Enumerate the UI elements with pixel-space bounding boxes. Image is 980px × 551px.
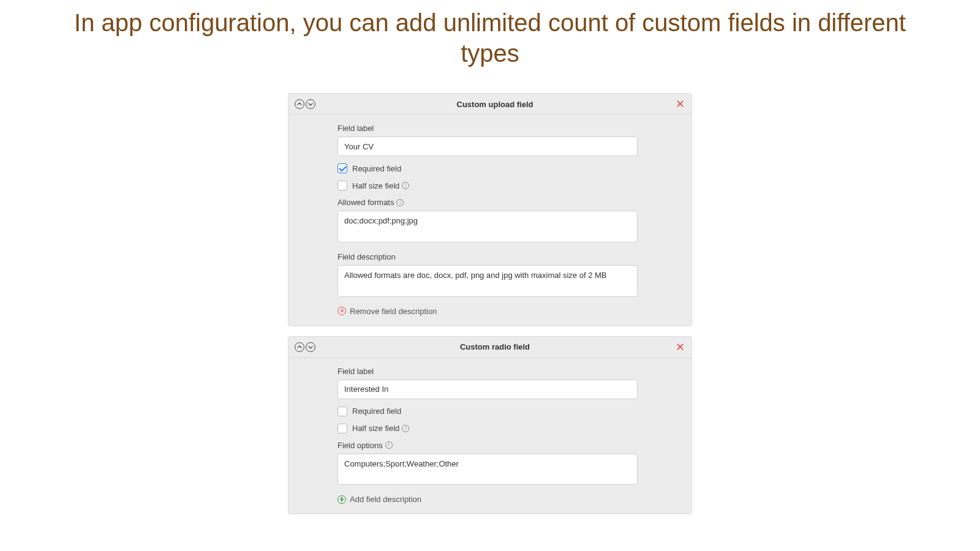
sort-icons [295, 342, 315, 352]
panel-custom-radio: Custom radio field ✕ Field label Require… [288, 336, 692, 515]
info-icon[interactable]: i [385, 441, 393, 449]
add-field-description-button[interactable]: Add field description [337, 495, 684, 504]
half-size-checkbox-label: Half size field i [352, 181, 409, 190]
required-checkbox[interactable] [337, 407, 347, 416]
half-size-checkbox[interactable] [337, 424, 347, 433]
field-options-label: Field options i [337, 441, 684, 450]
field-options-input[interactable] [337, 454, 638, 485]
move-up-icon[interactable] [295, 342, 304, 352]
panel-body: Field label Required field Half size fie… [288, 115, 692, 326]
field-description-label: Field description [337, 252, 684, 261]
add-icon [337, 495, 346, 504]
field-label-input[interactable] [337, 137, 638, 156]
field-label-label: Field label [337, 124, 684, 133]
required-checkbox-label: Required field [352, 164, 401, 173]
page-title: In app configuration, you can add unlimi… [0, 0, 980, 81]
panel-header: Custom upload field ✕ [288, 94, 692, 115]
close-icon[interactable]: ✕ [674, 99, 685, 110]
half-size-checkbox-label: Half size field i [352, 424, 409, 433]
allowed-formats-label: Allowed formats i [337, 198, 684, 207]
move-down-icon[interactable] [306, 99, 315, 109]
required-checkbox-label: Required field [352, 407, 401, 416]
field-label-label: Field label [337, 367, 684, 376]
close-icon[interactable]: ✕ [674, 342, 685, 353]
allowed-formats-input[interactable] [337, 211, 638, 242]
panel-title: Custom upload field [315, 100, 674, 109]
sort-icons [295, 99, 315, 109]
info-icon[interactable]: i [402, 182, 409, 189]
panel-custom-upload: Custom upload field ✕ Field label Requir… [288, 93, 692, 326]
panels-container: Custom upload field ✕ Field label Requir… [288, 93, 692, 514]
field-options-text: Field options [337, 441, 383, 450]
half-size-checkbox[interactable] [337, 181, 347, 190]
remove-field-description-label: Remove field description [350, 307, 437, 316]
add-field-description-label: Add field description [350, 495, 421, 504]
allowed-formats-text: Allowed formats [337, 198, 394, 207]
panel-header: Custom radio field ✕ [288, 337, 692, 358]
remove-icon [337, 307, 346, 315]
half-size-text: Half size field [352, 181, 399, 190]
field-description-input[interactable] [337, 265, 638, 297]
field-label-input[interactable] [337, 380, 638, 399]
move-down-icon[interactable] [306, 342, 315, 352]
info-icon[interactable]: i [402, 425, 409, 432]
info-icon[interactable]: i [396, 199, 404, 206]
half-size-text: Half size field [352, 424, 399, 433]
panel-body: Field label Required field Half size fie… [288, 358, 692, 514]
required-checkbox[interactable] [337, 163, 347, 173]
panel-title: Custom radio field [315, 342, 674, 351]
remove-field-description-button[interactable]: Remove field description [337, 307, 684, 316]
move-up-icon[interactable] [295, 99, 304, 109]
